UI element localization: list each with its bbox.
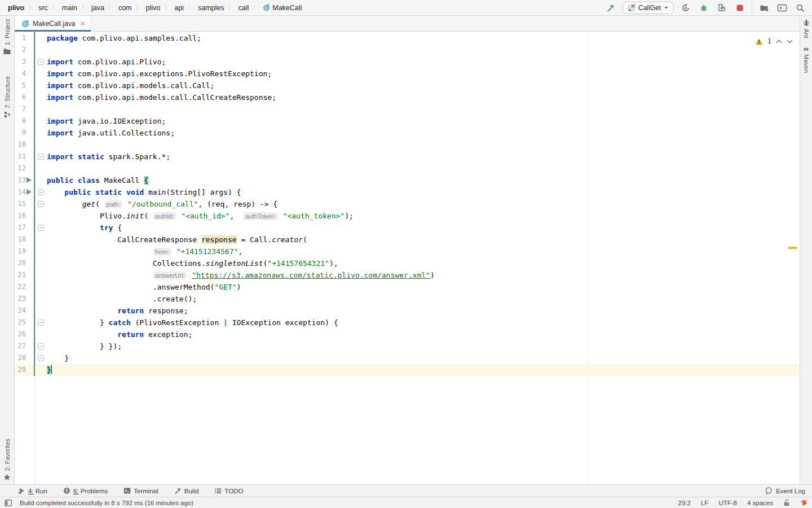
breadcrumb-item-plivo[interactable]: plivo bbox=[6, 3, 27, 13]
scrollbar-warning-mark[interactable] bbox=[788, 247, 797, 249]
toolwindow-button-label: 4: Run bbox=[28, 488, 47, 494]
breadcrumb-item-com[interactable]: com bbox=[116, 3, 134, 13]
caret-position[interactable]: 29:2 bbox=[678, 500, 691, 506]
fold-marker[interactable]: − bbox=[38, 154, 44, 160]
toolwindow-button-run[interactable]: 4: Run bbox=[18, 487, 47, 494]
debug-icon[interactable] bbox=[698, 2, 710, 14]
code-text[interactable] bbox=[47, 44, 800, 56]
lock-icon[interactable] bbox=[783, 499, 790, 506]
breadcrumb-item-call[interactable]: call bbox=[236, 3, 251, 13]
toolwindow-button-label: TODO bbox=[224, 488, 243, 494]
code-line-10: 10 bbox=[15, 139, 800, 151]
event-log-icon bbox=[766, 487, 773, 494]
breadcrumb-item-java[interactable]: java bbox=[89, 3, 107, 13]
line-number: 15 bbox=[15, 198, 26, 210]
code-text[interactable]: import java.util.Collections; bbox=[47, 127, 800, 139]
breadcrumb-item-api[interactable]: api bbox=[172, 3, 186, 13]
tab-makecall-java[interactable]: C MakeCall.java ✕ bbox=[15, 16, 91, 31]
code-text[interactable]: answerUrl: "https://s3.amazonaws.com/sta… bbox=[47, 269, 800, 281]
code-text[interactable]: import static spark.Spark.*; bbox=[47, 151, 800, 163]
breadcrumb-separator: 〉 bbox=[164, 3, 171, 12]
line-separator[interactable]: LF bbox=[701, 500, 708, 506]
rerun-icon[interactable] bbox=[679, 2, 692, 14]
code-text[interactable]: } }); bbox=[47, 340, 800, 352]
fold-marker[interactable]: − bbox=[38, 189, 44, 195]
code-text[interactable]: import com.plivo.api.exceptions.PlivoRes… bbox=[47, 68, 800, 80]
code-text[interactable]: import com.plivo.api.models.call.CallCre… bbox=[47, 91, 800, 103]
code-text[interactable] bbox=[47, 103, 800, 115]
code-text[interactable]: get( path: "/outbound_call", (req, resp)… bbox=[47, 198, 800, 210]
code-text[interactable]: return exception; bbox=[47, 329, 800, 340]
sidebar-item-structure[interactable]: 7: Structure bbox=[4, 73, 11, 121]
sidebar-item-favorites[interactable]: 2: Favorites bbox=[3, 435, 11, 484]
project-structure-icon[interactable] bbox=[758, 2, 770, 14]
code-text[interactable]: } bbox=[47, 364, 800, 376]
code-editor[interactable]: 1package com.plivo.api.samples.call;23−i… bbox=[15, 32, 800, 484]
event-log-button[interactable]: Event Log bbox=[766, 487, 805, 494]
code-text[interactable]: } bbox=[47, 352, 800, 364]
code-token: "+14157654321" bbox=[267, 259, 329, 268]
code-text[interactable]: package com.plivo.api.samples.call; bbox=[47, 32, 800, 44]
run-with-coverage-icon[interactable] bbox=[716, 2, 728, 14]
breadcrumb-item-samples[interactable]: samples bbox=[196, 3, 227, 13]
code-text[interactable]: from: "+14151234567", bbox=[47, 246, 800, 257]
next-warning-icon[interactable] bbox=[787, 40, 793, 43]
fold-marker[interactable]: − bbox=[38, 355, 44, 361]
toolwindow-button-problems[interactable]: 6: Problems bbox=[63, 487, 108, 494]
code-text[interactable]: return response; bbox=[47, 305, 800, 317]
indent-setting[interactable]: 4 spaces bbox=[747, 500, 773, 506]
code-text[interactable]: Collections.singletonList("+14157654321"… bbox=[47, 257, 800, 269]
file-encoding[interactable]: UTF-8 bbox=[718, 500, 737, 506]
code-text[interactable]: .answerMethod("GET") bbox=[47, 281, 800, 293]
code-text[interactable]: CallCreateResponse response = Call.creat… bbox=[47, 234, 800, 246]
gutter: 24 bbox=[15, 305, 47, 317]
sidebar-item-project[interactable]: 1: Project bbox=[3, 16, 11, 58]
toolwindow-toggle-icon[interactable] bbox=[5, 500, 12, 506]
fold-marker[interactable]: − bbox=[38, 319, 44, 326]
code-token: "/outbound_call" bbox=[127, 200, 198, 208]
code-text[interactable]: public class MakeCall { bbox=[47, 174, 800, 186]
toolwindow-button-terminal[interactable]: Terminal bbox=[123, 487, 158, 494]
code-token: , bbox=[238, 247, 242, 256]
code-line-16: 16 Plivo.init( authId: "<auth_id>", auth… bbox=[15, 210, 800, 222]
code-text[interactable]: import com.plivo.api.Plivo; bbox=[47, 56, 800, 68]
tab-close-icon[interactable]: ✕ bbox=[80, 20, 85, 28]
fold-marker[interactable]: − bbox=[38, 343, 44, 349]
build-hammer-icon[interactable] bbox=[604, 2, 617, 14]
run-line-icon[interactable] bbox=[27, 177, 32, 183]
run-line-icon[interactable] bbox=[27, 189, 32, 195]
code-line-14: 14− public static void main(String[] arg… bbox=[15, 186, 800, 198]
status-message[interactable]: Build completed successfully in 8 s 792 … bbox=[20, 500, 193, 506]
breadcrumb-item-makecall[interactable]: CMakeCall bbox=[261, 3, 304, 13]
code-text[interactable] bbox=[47, 163, 800, 174]
vcs-change-stripe bbox=[34, 186, 35, 198]
breadcrumb-item-plivo[interactable]: plivo bbox=[144, 3, 163, 13]
run-anything-icon[interactable] bbox=[776, 2, 788, 14]
code-text[interactable]: Plivo.init( authId: "<auth_id>", authTok… bbox=[47, 210, 800, 222]
inspection-widget[interactable]: 1 bbox=[754, 35, 794, 48]
code-text[interactable] bbox=[47, 139, 800, 151]
notification-icon[interactable] bbox=[800, 499, 807, 506]
code-text[interactable]: try { bbox=[47, 222, 800, 234]
breadcrumb-item-src[interactable]: src bbox=[36, 3, 50, 13]
toolwindow-button-todo[interactable]: TODO bbox=[214, 487, 243, 494]
search-everywhere-icon[interactable] bbox=[794, 2, 806, 14]
code-token: java.util.Collections; bbox=[73, 129, 175, 137]
sidebar-item-maven[interactable]: m Maven bbox=[802, 42, 810, 76]
code-text[interactable]: .create(); bbox=[47, 293, 800, 305]
fold-marker[interactable]: − bbox=[38, 59, 44, 65]
fold-marker[interactable]: − bbox=[38, 225, 44, 231]
code-line-24: 24 return response; bbox=[15, 305, 800, 317]
prev-warning-icon[interactable] bbox=[776, 40, 782, 43]
run-configuration-select[interactable]: CallGet bbox=[623, 2, 674, 14]
sidebar-item-ant[interactable]: Ant bbox=[803, 16, 810, 42]
toolwindow-button-build[interactable]: Build bbox=[174, 487, 199, 494]
code-text[interactable]: public static void main(String[] args) { bbox=[47, 186, 800, 198]
code-text[interactable]: import java.io.IOException; bbox=[47, 115, 800, 127]
code-text[interactable]: } catch (PlivoRestException | IOExceptio… bbox=[47, 317, 800, 329]
code-text[interactable]: import com.plivo.api.models.call.Call; bbox=[47, 80, 800, 91]
line-number: 2 bbox=[15, 44, 26, 56]
stop-icon[interactable] bbox=[734, 2, 746, 14]
fold-marker[interactable]: − bbox=[38, 201, 44, 207]
breadcrumb-item-main[interactable]: main bbox=[60, 3, 80, 13]
